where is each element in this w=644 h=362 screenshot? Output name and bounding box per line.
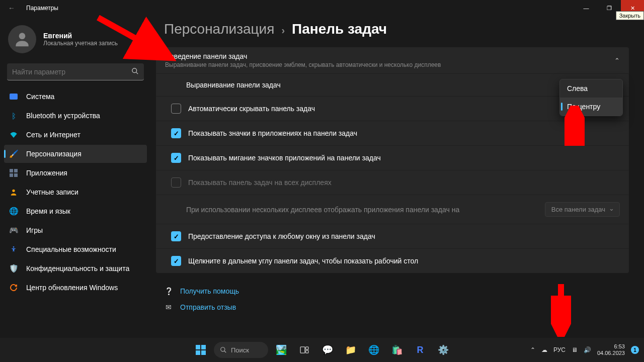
taskbar-app-chat[interactable]: 💬	[317, 340, 338, 360]
row-flashing[interactable]: Показывать мигание значков приложений на…	[156, 145, 629, 170]
svg-rect-4	[14, 169, 18, 172]
popup-option-center[interactable]: По центру	[560, 98, 622, 116]
profile-name: Евгений	[43, 32, 118, 40]
minimize-button[interactable]: —	[575, 0, 598, 16]
svg-rect-3	[10, 169, 13, 172]
tray-volume-icon[interactable]: 🔊	[584, 346, 591, 353]
taskbar-app-widget[interactable]: 🏞️	[271, 340, 291, 360]
tray-language[interactable]: РУС	[553, 346, 566, 353]
section-header[interactable]: Поведение панели задач Выравнивание пане…	[156, 47, 629, 73]
notification-badge[interactable]: 1	[631, 346, 639, 354]
row-any-window[interactable]: Предоставление доступа к любому окну из …	[156, 224, 629, 248]
sidebar-item-update[interactable]: Центр обновления Windows	[4, 279, 147, 297]
sidebar-item-network[interactable]: Сеть и Интернет	[4, 126, 147, 144]
svg-point-0	[19, 33, 26, 39]
person-icon	[9, 188, 18, 197]
tray-clock[interactable]: 6:53 04.06.2023	[597, 343, 625, 356]
taskbar-app-edge[interactable]: 🌐	[364, 340, 384, 360]
section-title: Поведение панели задач	[165, 52, 441, 60]
row-label: Предоставление доступа к любому окну из …	[188, 232, 375, 240]
sidebar: Евгений Локальная учетная запись Система…	[0, 16, 151, 338]
page-title: Панель задач	[292, 21, 387, 37]
chevron-up-icon[interactable]: ⌃	[614, 57, 620, 64]
row-autohide[interactable]: Автоматически скрывать панель задач	[156, 96, 629, 121]
taskbar-search-label: Поиск	[231, 346, 249, 354]
sidebar-item-label: Учетные записи	[26, 188, 78, 196]
profile-subtitle: Локальная учетная запись	[43, 40, 118, 47]
svg-point-7	[12, 190, 15, 192]
sidebar-item-apps[interactable]: Приложения	[4, 164, 147, 182]
search-input[interactable]	[7, 63, 144, 80]
sidebar-item-privacy[interactable]: 🛡️Конфиденциальность и защита	[4, 259, 147, 278]
clock-icon: 🌐	[9, 207, 18, 216]
sidebar-item-label: Время и язык	[26, 207, 70, 215]
profile-block[interactable]: Евгений Локальная учетная запись	[4, 21, 147, 61]
svg-rect-6	[14, 173, 18, 177]
sidebar-item-accounts[interactable]: Учетные записи	[4, 183, 147, 201]
sidebar-item-personalization[interactable]: 🖌️Персонализация	[4, 145, 147, 163]
svg-rect-5	[10, 173, 13, 177]
svg-rect-17	[300, 347, 305, 353]
bluetooth-icon: ᛒ	[9, 111, 18, 120]
titlebar: ← Параметры — ❐ ✕	[0, 0, 644, 16]
popup-option-left[interactable]: Слева	[560, 79, 622, 98]
wifi-icon	[9, 130, 18, 139]
tray-network-icon[interactable]: 🖥	[572, 346, 578, 353]
row-label: Выравнивание панели задач	[186, 81, 620, 89]
taskbar-app-revit[interactable]: R	[410, 340, 430, 360]
row-corner[interactable]: Щелкните в дальнем углу панели задач, чт…	[156, 248, 629, 273]
checkbox-autohide[interactable]	[171, 104, 181, 114]
link-feedback[interactable]: ✉ Отправить отзыв	[164, 299, 629, 315]
sidebar-item-time[interactable]: 🌐Время и язык	[4, 202, 147, 220]
help-links: ❔ Получить помощь ✉ Отправить отзыв	[156, 283, 629, 315]
row-multidisplay: При использовании нескольких дисплеев от…	[156, 195, 629, 224]
game-icon: 🎮	[9, 226, 18, 235]
tray-overflow-icon[interactable]: ⌃	[530, 346, 535, 353]
sidebar-item-gaming[interactable]: 🎮Игры	[4, 221, 147, 239]
taskbar-search[interactable]: Поиск	[214, 342, 268, 358]
row-alignment[interactable]: Выравнивание панели задач	[156, 73, 629, 96]
link-label: Отправить отзыв	[180, 303, 236, 311]
sidebar-item-label: Игры	[26, 226, 43, 234]
svg-point-8	[13, 246, 15, 248]
taskbar-app-store[interactable]: 🛍️	[387, 340, 407, 360]
checkbox-corner[interactable]	[171, 256, 181, 266]
sidebar-item-bluetooth[interactable]: ᛒBluetooth и устройства	[4, 107, 147, 125]
link-label: Получить помощь	[180, 287, 239, 295]
nav-list: Система ᛒBluetooth и устройства Сеть и И…	[4, 87, 147, 297]
svg-point-1	[132, 68, 137, 72]
feedback-icon: ✉	[164, 303, 173, 311]
taskbar-app-taskview[interactable]	[294, 340, 314, 360]
checkbox-flashing[interactable]	[171, 153, 181, 163]
sidebar-item-accessibility[interactable]: Специальные возможности	[4, 240, 147, 258]
back-button[interactable]: ←	[8, 4, 20, 12]
main-panel: Персонализация › Панель задач Поведение …	[151, 16, 644, 338]
section-desc: Выравнивание панели задач, присвоение эм…	[165, 61, 441, 68]
start-button[interactable]	[191, 340, 211, 360]
tray-time: 6:53	[597, 343, 625, 350]
tray-onedrive-icon[interactable]: ☁	[541, 346, 547, 353]
link-get-help[interactable]: ❔ Получить помощь	[164, 283, 629, 299]
dropdown-multidisplay: Все панели задач	[545, 202, 620, 217]
breadcrumb: Персонализация › Панель задач	[156, 21, 629, 37]
search-field[interactable]	[12, 68, 131, 76]
access-icon	[9, 245, 18, 254]
sidebar-item-system[interactable]: Система	[4, 87, 147, 106]
alignment-popup: Слева По центру	[559, 79, 623, 116]
checkbox-any-window[interactable]	[171, 231, 181, 241]
avatar	[8, 25, 36, 53]
row-label: Показывать значки в приложениях на панел…	[188, 129, 357, 137]
taskbar-app-settings[interactable]: ⚙️	[433, 340, 453, 360]
sidebar-item-label: Приложения	[26, 169, 67, 177]
sidebar-item-label: Специальные возможности	[26, 245, 116, 253]
sidebar-item-label: Персонализация	[26, 150, 82, 158]
row-badges[interactable]: Показывать значки в приложениях на панел…	[156, 121, 629, 145]
close-tooltip: Закрыть	[616, 11, 644, 20]
search-icon	[131, 67, 139, 76]
taskbar-app-explorer[interactable]: 📁	[341, 340, 361, 360]
row-all-displays: Показывать панель задач на всех дисплеях	[156, 170, 629, 195]
breadcrumb-root[interactable]: Персонализация	[164, 21, 274, 37]
window-title: Параметры	[26, 5, 58, 12]
update-icon	[9, 283, 18, 292]
checkbox-badges[interactable]	[171, 128, 181, 138]
